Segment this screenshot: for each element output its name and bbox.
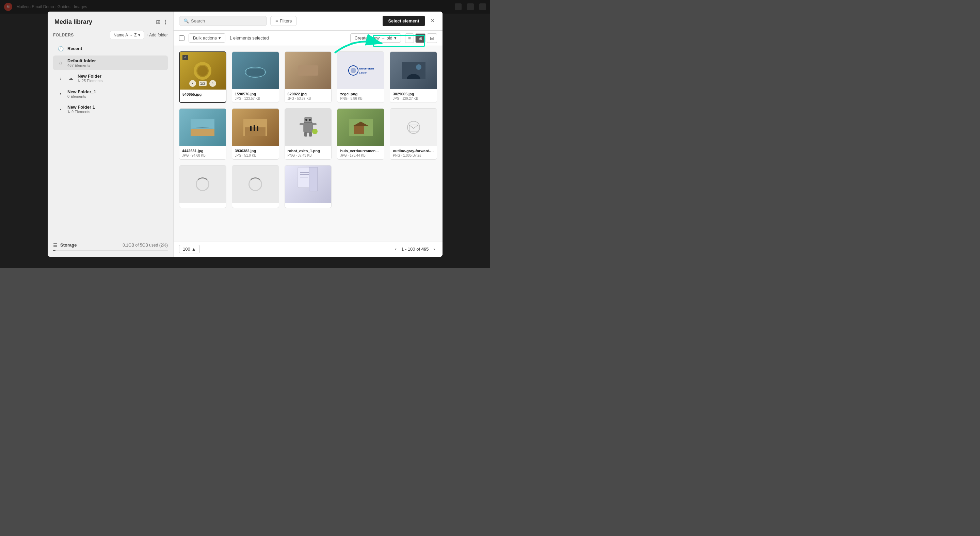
card-nav-1: ‹ 1/2 › <box>180 80 226 87</box>
image-card-info-12 <box>232 203 279 208</box>
svg-rect-16 <box>245 128 266 136</box>
folder-info-new-folder-1: New Folder_1 0 Elements <box>67 89 164 99</box>
sidebar-item-new-folder-2[interactable]: ▪ New Folder 1 ↻ 9 Elements <box>53 102 168 117</box>
view-toggle-buttons: ≡ ⊞ ⊟ <box>405 34 437 43</box>
card-checkbox-1[interactable]: ✓ <box>183 55 188 60</box>
folder-count-new-folder: ↻ 25 Elements <box>78 79 164 83</box>
modal-overlay: Media library ⊞ ⟨ Folders Name A → Z ▾ <box>0 0 490 268</box>
image-name-5: 3029665.jpg <box>393 92 434 96</box>
sync-icon-2: ↻ <box>67 110 70 114</box>
image-name-1: 540655.jpg <box>183 92 223 96</box>
folders-label: Folders <box>53 33 74 37</box>
image-name-6: 4442631.jpg <box>182 149 223 153</box>
image-card-5[interactable]: 3029665.jpg JPG · 129.27 KB <box>390 51 437 103</box>
image-card-10[interactable]: outline-gray-forward-... PNG · 1,005 Byt… <box>390 108 437 160</box>
image-name-2: 1590576.jpg <box>235 92 276 96</box>
sidebar-item-new-folder-1[interactable]: ▪ New Folder_1 0 Elements <box>53 86 168 101</box>
select-all-checkbox[interactable] <box>179 35 185 41</box>
folder-name-default: Default folder <box>67 58 164 63</box>
image-meta-9: JPG · 173.44 KB <box>340 153 381 157</box>
sidebar-item-recent[interactable]: 🕐 Recent <box>53 43 168 55</box>
image-card-4[interactable]: Universiteit Leiden zegel.png PNG · 5.86… <box>337 51 384 103</box>
image-name-10: outline-gray-forward-... <box>393 149 434 153</box>
image-grid: ✓ ‹ 1/2 › <box>173 46 442 241</box>
svg-rect-20 <box>304 122 312 132</box>
folder-icon-1: ▪ <box>57 90 64 97</box>
image-card-7[interactable]: 3936382.jpg JPG · 51.9 KB <box>232 108 279 160</box>
image-thumb-7 <box>232 108 279 146</box>
storage-row: ☰ Storage 0.1GB of 5GB used (2%) <box>53 242 168 248</box>
storage-value: 0.1GB of 5GB used (2%) <box>123 243 168 247</box>
storage-label: Storage <box>60 242 76 247</box>
filters-button[interactable]: ≡ Filters <box>270 16 297 26</box>
image-meta-6: JPG · 94.68 KB <box>182 153 223 157</box>
collapse-icon[interactable]: ⟨ <box>164 19 167 25</box>
select-element-button[interactable]: Select element <box>383 16 425 26</box>
sort-order-button[interactable]: Created new → old ▾ <box>350 34 401 43</box>
card-nav-next[interactable]: › <box>209 80 216 87</box>
sync-icon: ↻ <box>78 79 81 83</box>
close-button[interactable]: × <box>428 16 438 26</box>
image-thumb-5 <box>390 52 437 89</box>
image-card-info-6: 4442631.jpg JPG · 94.68 KB <box>180 146 226 160</box>
image-meta-10: PNG · 1,005 Bytes <box>393 153 434 157</box>
image-card-6[interactable]: 4442631.jpg JPG · 94.68 KB <box>179 108 226 160</box>
page-prev-button[interactable]: ‹ <box>393 245 399 253</box>
grid-view-button[interactable]: ⊞ <box>415 34 425 43</box>
image-meta-4: PNG · 5.86 KB <box>340 97 381 100</box>
image-card-9[interactable]: huis_verduurzamen... JPG · 173.44 KB <box>337 108 384 160</box>
card-nav-prev[interactable]: ‹ <box>189 80 196 87</box>
svg-text:Leiden: Leiden <box>359 71 367 74</box>
grid-toggle-icon[interactable]: ⊞ <box>156 19 160 25</box>
bulk-actions-button[interactable]: Bulk actions ▾ <box>189 34 225 43</box>
image-card-info-11 <box>180 203 226 208</box>
storage-bar-fill <box>53 250 56 251</box>
image-thumb-3 <box>285 52 331 89</box>
sidebar-item-new-folder[interactable]: › ☁ New Folder ↻ 25 Elements <box>53 71 168 86</box>
image-card-1[interactable]: ✓ ‹ 1/2 › <box>179 51 226 103</box>
folder-count-new-folder-2: ↻ 9 Elements <box>67 110 164 114</box>
thumb-svg-3 <box>296 62 320 79</box>
page-nav: ‹ 1 - 100 of 465 › <box>393 245 437 253</box>
add-folder-button[interactable]: + Add folder <box>146 33 168 37</box>
svg-point-23 <box>309 119 311 121</box>
thumb-svg-8 <box>296 114 320 141</box>
svg-rect-14 <box>191 129 215 136</box>
search-input[interactable] <box>191 18 262 24</box>
thumb-svg-2 <box>243 62 267 79</box>
image-card-11[interactable] <box>179 165 226 208</box>
image-card-info-9: huis_verduurzamen... JPG · 173.44 KB <box>337 146 384 160</box>
masonry-view-button[interactable]: ⊟ <box>427 34 437 43</box>
sort-button[interactable]: Name A → Z ▾ <box>110 31 144 39</box>
image-card-info-13 <box>285 203 331 208</box>
search-box[interactable]: 🔍 <box>179 16 267 26</box>
pagination-bar: 100 ▲ ‹ 1 - 100 of 465 › <box>173 241 442 257</box>
image-card-3[interactable]: 620822.jpg JPG · 53.87 KB <box>285 51 332 103</box>
sidebar-item-default[interactable]: ⌂ Default folder 467 Elements <box>53 56 168 70</box>
chevron-down-icon-bulk: ▾ <box>218 35 221 40</box>
thumb-svg-13 <box>296 167 320 195</box>
list-view-button[interactable]: ≡ <box>405 34 414 43</box>
image-card-13[interactable] <box>285 165 332 208</box>
image-thumb-4: Universiteit Leiden <box>337 52 384 89</box>
page-next-button[interactable]: › <box>431 245 437 253</box>
folder-info-new-folder-2: New Folder 1 ↻ 9 Elements <box>67 105 164 114</box>
clock-icon: 🕐 <box>57 45 64 52</box>
image-card-12[interactable] <box>232 165 279 208</box>
svg-rect-38 <box>309 167 318 191</box>
folder-info-recent: Recent <box>67 46 164 51</box>
sidebar-header-icons: ⊞ ⟨ <box>156 19 167 25</box>
image-card-8[interactable]: robot_exito_1.png PNG · 37.43 KB <box>285 108 332 160</box>
folder-name-recent: Recent <box>67 46 164 51</box>
image-card-2[interactable]: 1590576.jpg JPG · 123.57 KB <box>232 51 279 103</box>
image-name-8: robot_exito_1.png <box>288 149 329 153</box>
folders-label-row: Folders Name A → Z ▾ + Add folder <box>53 31 168 39</box>
svg-rect-26 <box>304 132 307 137</box>
folder-count-default: 467 Elements <box>67 63 164 67</box>
folder-count-new-folder-1: 0 Elements <box>67 94 164 99</box>
action-bar: Bulk actions ▾ 1 elements selected Creat… <box>173 31 442 46</box>
thumb-svg-5 <box>402 62 425 79</box>
chevron-right-icon: › <box>57 75 64 82</box>
folder-info-new-folder: New Folder ↻ 25 Elements <box>78 73 164 83</box>
per-page-button[interactable]: 100 ▲ <box>179 245 200 254</box>
